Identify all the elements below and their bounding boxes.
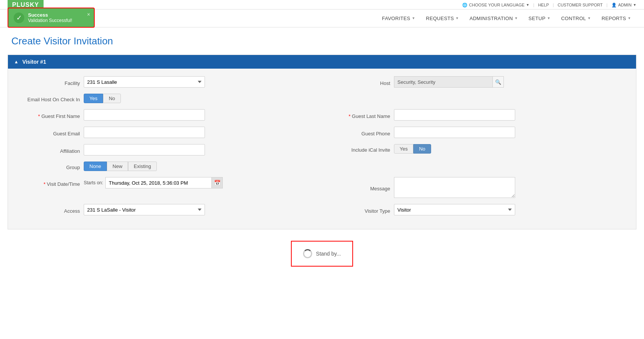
nav-control[interactable]: CONTROL ▼ (556, 9, 596, 27)
admin-caret: ▼ (633, 3, 636, 7)
email-host-no-button[interactable]: No (103, 94, 121, 103)
guest-first-name-input[interactable] (84, 109, 205, 121)
toast-title: Success (28, 12, 72, 18)
include-ical-label: Include iCal Invite (330, 145, 390, 153)
help-link[interactable]: HELP (538, 3, 549, 7)
ical-no-button[interactable]: No (413, 144, 431, 154)
form-row-email-phone: Guest Email Guest Phone (19, 127, 625, 138)
datetime-group: Starts on: 📅 (84, 177, 223, 188)
facility-select[interactable]: 231 S Lasalle (84, 76, 205, 88)
email-host-label: Email Host On Check In (19, 94, 80, 102)
nav-administration-label: ADMINISTRATION (469, 16, 513, 21)
group-label: Group (19, 162, 80, 170)
form-col-datetime: * Visit Date/Time Starts on: 📅 (19, 177, 314, 188)
nav-reports-label: REPORTS (602, 16, 626, 21)
group-existing-button[interactable]: Existing (128, 162, 157, 171)
globe-icon: 🌐 (462, 3, 467, 8)
section-body: Facility 231 S Lasalle Host 🔍 Email Host… (8, 69, 636, 229)
message-label: Message (330, 184, 390, 191)
host-input[interactable] (394, 76, 492, 88)
calendar-icon-button[interactable]: 📅 (211, 177, 223, 188)
divider3: | (606, 3, 608, 7)
host-group: 🔍 (394, 76, 504, 88)
nav-setup-caret: ▼ (547, 16, 550, 20)
host-search-button[interactable]: 🔍 (492, 76, 504, 88)
form-row-group: Group None New Existing (19, 162, 625, 171)
email-host-toggle: Yes No (84, 94, 121, 103)
form-row-datetime-message: * Visit Date/Time Starts on: 📅 Message (19, 177, 625, 198)
loading-spinner (303, 249, 312, 258)
guest-first-name-label: * Guest First Name (19, 111, 80, 119)
customer-support-link[interactable]: CUSTOMER SUPPORT (558, 3, 603, 7)
form-col-email-host: Email Host On Check In Yes No (19, 94, 314, 103)
guest-first-name-label-text: Guest First Name (41, 113, 80, 119)
ical-yes-button[interactable]: Yes (394, 144, 413, 154)
divider2: | (553, 3, 554, 7)
visit-datetime-label-text: Visit Date/Time (47, 181, 80, 187)
form-row-affiliation-ical: Affiliation Include iCal Invite Yes No (19, 144, 625, 155)
guest-email-label: Guest Email (19, 129, 80, 137)
nav-control-caret: ▼ (588, 16, 591, 20)
affiliation-input[interactable] (84, 144, 205, 155)
form-col-message: Message (330, 177, 625, 198)
section-header: ▲ Visitor #1 (8, 55, 636, 69)
form-row-access-type: Access 231 S LaSalle - Visitor Visitor T… (19, 204, 625, 215)
nav-administration[interactable]: ADMINISTRATION ▼ (464, 9, 523, 27)
admin-link[interactable]: ADMIN (618, 3, 631, 7)
datetime-input[interactable] (105, 177, 211, 188)
success-toast: ✓ Success Validation Successful! × (8, 8, 95, 28)
form-row-facility-host: Facility 231 S Lasalle Host 🔍 (19, 76, 625, 88)
language-selector[interactable]: CHOOSE YOUR LANGUAGE (469, 3, 525, 7)
form-col-first-name: * Guest First Name (19, 109, 314, 121)
nav-requests-label: REQUESTS (426, 16, 454, 21)
section-collapse-icon[interactable]: ▲ (14, 59, 19, 64)
group-none-button[interactable]: None (84, 162, 107, 171)
message-textarea[interactable] (394, 177, 515, 198)
standby-label: Stand by... (316, 251, 341, 257)
toast-close-button[interactable]: × (87, 11, 90, 17)
form-row-email-host: Email Host On Check In Yes No (19, 94, 625, 103)
divider1: | (533, 3, 535, 7)
guest-phone-input[interactable] (394, 127, 515, 138)
admin-user-icon: 👤 (611, 3, 617, 8)
facility-label: Facility (19, 78, 80, 86)
group-new-button[interactable]: New (107, 162, 128, 171)
form-col-affiliation: Affiliation (19, 144, 314, 155)
access-select[interactable]: 231 S LaSalle - Visitor (84, 204, 205, 215)
toast-check-icon: ✓ (14, 13, 24, 23)
top-right-bar: 🌐 CHOOSE YOUR LANGUAGE ▼ | HELP | CUSTOM… (462, 3, 636, 8)
ical-toggle: Yes No (394, 144, 431, 154)
nav-requests[interactable]: REQUESTS ▼ (420, 9, 464, 27)
required-star-datetime: * (44, 181, 45, 187)
form-col-visitor-type: Visitor Type Visitor (330, 204, 625, 215)
form-col-last-name: * Guest Last Name (330, 109, 625, 121)
nav-bar: FAVORITES ▼ REQUESTS ▼ ADMINISTRATION ▼ … (0, 9, 644, 28)
nav-favorites-caret: ▼ (412, 16, 415, 20)
guest-phone-label: Guest Phone (330, 129, 390, 137)
form-row-guest-names: * Guest First Name * Guest Last Name (19, 109, 625, 121)
standby-box: Stand by... (291, 241, 353, 267)
nav-favorites[interactable]: FAVORITES ▼ (377, 9, 420, 27)
guest-last-name-input[interactable] (394, 109, 515, 121)
toast-text: Success Validation Successful! (28, 12, 72, 23)
visitor-type-label: Visitor Type (330, 206, 390, 214)
toast-container: ✓ Success Validation Successful! × (8, 8, 95, 28)
form-col-host: Host 🔍 (330, 76, 625, 88)
required-star-last: * (349, 113, 350, 119)
nav-administration-caret: ▼ (514, 16, 518, 20)
nav-reports[interactable]: REPORTS ▼ (596, 9, 636, 27)
visit-datetime-label: * Visit Date/Time (19, 179, 80, 187)
page-title: Create Visitor Invitation (0, 28, 644, 51)
nav-setup[interactable]: SETUP ▼ (523, 9, 556, 27)
starts-on-label: Starts on: (84, 180, 103, 185)
affiliation-label: Affiliation (19, 146, 80, 154)
toast-message: Validation Successful! (28, 18, 72, 23)
form-col-ical: Include iCal Invite Yes No (330, 144, 625, 154)
form-col-phone: Guest Phone (330, 127, 625, 138)
nav-reports-caret: ▼ (628, 16, 631, 20)
guest-email-input[interactable] (84, 127, 205, 138)
language-caret: ▼ (526, 3, 530, 7)
email-host-yes-button[interactable]: Yes (84, 94, 103, 103)
visitor-section: ▲ Visitor #1 Facility 231 S Lasalle Host… (8, 55, 636, 229)
visitor-type-select[interactable]: Visitor (394, 204, 515, 215)
